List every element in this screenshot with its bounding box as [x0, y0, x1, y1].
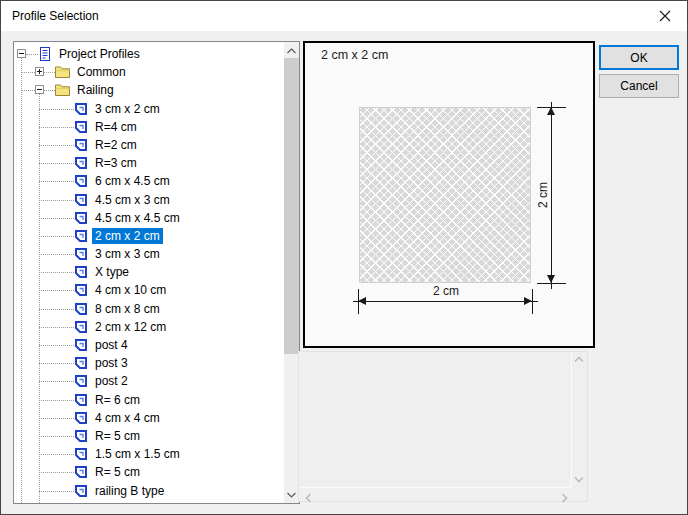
tree-item-label[interactable]: post 4	[92, 337, 131, 353]
tree-item[interactable]: 4.5 cm x 4.5 cm	[14, 209, 284, 227]
scroll-down-icon[interactable]	[574, 476, 584, 483]
width-dimension-line	[353, 301, 538, 302]
tree-item-label[interactable]: Common	[74, 64, 129, 80]
preview-scroll-area	[298, 351, 588, 502]
tree-item-label[interactable]: 1.5 cm x 1.5 cm	[92, 446, 183, 462]
scroll-left-icon[interactable]	[305, 493, 312, 503]
expander-plus-icon[interactable]	[35, 67, 44, 76]
tree-item[interactable]: Project Profiles	[14, 45, 284, 63]
tree-item-label[interactable]: R=3 cm	[92, 155, 140, 171]
tree-item[interactable]: 6 cm x 4.5 cm	[14, 172, 284, 190]
tree-connector-line	[39, 236, 74, 237]
tree-item-label[interactable]: railing B type	[92, 483, 167, 499]
tree-item-label[interactable]: 4.5 cm x 4.5 cm	[92, 210, 183, 226]
profile-icon	[74, 283, 88, 297]
tree-item[interactable]: R=4 cm	[14, 118, 284, 136]
tree-item-label[interactable]: 8 cm x 8 cm	[92, 301, 163, 317]
tree-item[interactable]: 8 cm x 8 cm	[14, 300, 284, 318]
tree-connector-line	[39, 381, 74, 382]
scrollbar-thumb[interactable]	[284, 58, 299, 354]
profile-icon	[74, 102, 88, 116]
tree-item-label[interactable]: R= 5 cm	[92, 464, 143, 480]
close-icon[interactable]	[642, 1, 687, 31]
tree-item-label[interactable]: 4 cm x 10 cm	[92, 282, 169, 298]
tree-item[interactable]: railing B type	[14, 482, 284, 500]
tree-item[interactable]: 4.5 cm x 3 cm	[14, 191, 284, 209]
profile-icon	[74, 138, 88, 152]
tree-item[interactable]: 1.5 cm x 1.5 cm	[14, 445, 284, 463]
expander-minus-icon[interactable]	[35, 85, 44, 94]
dimension-tick	[532, 289, 533, 314]
profile-icon	[74, 320, 88, 334]
profile-icon	[74, 502, 88, 503]
tree-item[interactable]: R=2 cm	[14, 136, 284, 154]
tree-item-label[interactable]: R=4 cm	[92, 119, 140, 135]
tree-item[interactable]: R= 5 cm	[14, 427, 284, 445]
tree-item[interactable]: Railing	[14, 81, 284, 99]
tree-item-label[interactable]: 3 cm x 3 cm	[92, 246, 163, 262]
tree-item-label[interactable]: 4.5 cm x 3 cm	[92, 192, 173, 208]
tree-item[interactable]: 4 cm x 10 cm	[14, 281, 284, 299]
tree-item[interactable]: 3 cm x 3 cm	[14, 245, 284, 263]
profile-tree: Project ProfilesCommonRailing3 cm x 2 cm…	[13, 41, 300, 504]
tree-item-label[interactable]: Railing	[74, 82, 117, 98]
tree-connector-line	[39, 254, 74, 255]
tree-connector-line	[39, 109, 74, 110]
tree-item-label-selected[interactable]: 2 cm x 2 cm	[92, 228, 163, 244]
height-dimension-label: 2 cm	[536, 170, 550, 220]
scroll-right-icon[interactable]	[561, 493, 568, 503]
scroll-up-icon[interactable]	[574, 356, 584, 363]
profile-icon	[74, 156, 88, 170]
tree-item[interactable]: 4 cm x 4 cm	[14, 409, 284, 427]
tree-connector-line	[39, 345, 74, 346]
profile-icon	[74, 356, 88, 370]
cancel-button[interactable]: Cancel	[599, 74, 679, 98]
tree-item-label[interactable]: post 2	[92, 373, 131, 389]
profile-icon	[74, 247, 88, 261]
tree-connector-line	[39, 400, 74, 401]
tree-item[interactable]: railing B type 2	[14, 500, 284, 503]
folder-icon	[55, 83, 70, 96]
tree-item-label[interactable]: 2 cm x 12 cm	[92, 319, 169, 335]
profile-icon	[74, 229, 88, 243]
tree-item[interactable]: R=3 cm	[14, 154, 284, 172]
profile-icon	[74, 374, 88, 388]
scroll-down-icon[interactable]	[284, 487, 299, 502]
divider	[299, 487, 571, 488]
divider	[571, 352, 572, 487]
scroll-up-icon[interactable]	[284, 43, 299, 58]
tree-item-label[interactable]: R= 5 cm	[92, 428, 143, 444]
profile-icon	[74, 265, 88, 279]
profile-icon	[74, 193, 88, 207]
tree-item-label[interactable]: 3 cm x 2 cm	[92, 101, 163, 117]
expander-minus-icon[interactable]	[17, 49, 26, 58]
tree-item-label[interactable]: R=2 cm	[92, 137, 140, 153]
tree-item[interactable]: R= 5 cm	[14, 463, 284, 481]
tree-vertical-scrollbar[interactable]	[284, 42, 299, 503]
ok-button[interactable]: OK	[599, 45, 679, 70]
tree-item[interactable]: 3 cm x 2 cm	[14, 100, 284, 118]
tree-item[interactable]: post 2	[14, 372, 284, 390]
titlebar[interactable]: Profile Selection	[1, 1, 687, 31]
tree-item[interactable]: Common	[14, 63, 284, 81]
arrow-left-icon	[358, 297, 366, 305]
tree-item[interactable]: post 3	[14, 354, 284, 372]
tree-item-label[interactable]: 4 cm x 4 cm	[92, 410, 163, 426]
tree-item[interactable]: 2 cm x 2 cm	[14, 227, 284, 245]
tree-item[interactable]: R= 6 cm	[14, 391, 284, 409]
tree-item-label[interactable]: 6 cm x 4.5 cm	[92, 173, 173, 189]
tree-item-label[interactable]: X type	[92, 264, 132, 280]
tree-connector-line	[39, 218, 74, 219]
tree-item-label[interactable]: R= 6 cm	[92, 392, 143, 408]
tree-connector-line	[39, 327, 74, 328]
tree-item-label[interactable]: Project Profiles	[56, 46, 143, 62]
profile-cross-section	[359, 107, 531, 283]
tree-item[interactable]: 2 cm x 12 cm	[14, 318, 284, 336]
arrow-right-icon	[524, 297, 532, 305]
tree-item[interactable]: post 4	[14, 336, 284, 354]
tree-item-label[interactable]: post 3	[92, 355, 131, 371]
tree-item[interactable]: X type	[14, 263, 284, 281]
tree-item-label[interactable]: railing B type 2	[92, 501, 177, 503]
profile-icon	[74, 484, 88, 498]
arrow-up-icon	[547, 107, 555, 115]
